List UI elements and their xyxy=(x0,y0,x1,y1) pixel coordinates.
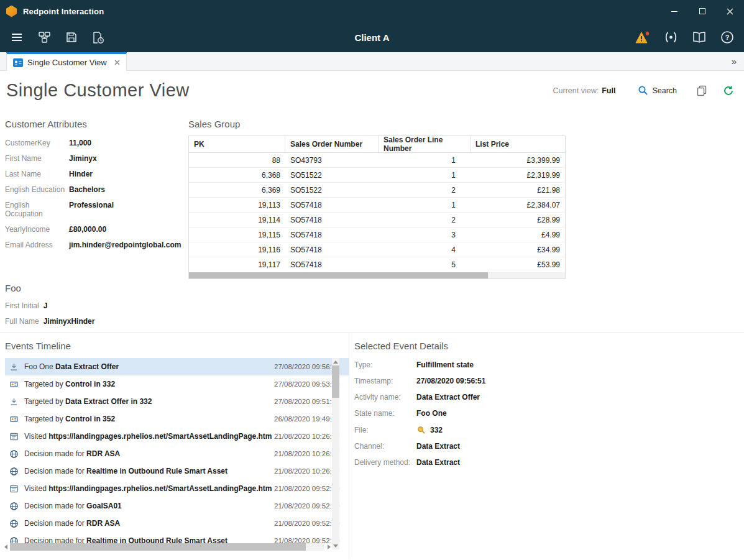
attribute-row: First Name Jiminyx xyxy=(5,154,188,163)
book-icon[interactable] xyxy=(692,31,707,44)
search-label: Search xyxy=(652,86,677,95)
table-row[interactable]: 19,115 SO57418 3 £4.99 xyxy=(189,227,565,242)
refresh-icon[interactable] xyxy=(723,85,734,96)
detail-label: Type: xyxy=(354,360,416,369)
decision-icon xyxy=(9,449,19,459)
client-title: Client A xyxy=(0,32,744,43)
cell-sales-order-number: SO57418 xyxy=(285,246,379,254)
timeline-event[interactable]: Decision made for GoalSA01 21/08/2020 09… xyxy=(5,497,349,515)
timeline-event[interactable]: Targeted by Control in 352 26/08/2020 19… xyxy=(5,410,349,428)
table-row[interactable]: 19,113 SO57418 1 £2,384.07 xyxy=(189,198,565,213)
document-clock-icon[interactable] xyxy=(91,31,104,44)
event-timestamp: 27/08/2020 09:51:31 xyxy=(274,398,340,405)
scroll-right-icon[interactable] xyxy=(324,544,333,549)
event-prefix: Decision made for xyxy=(24,519,85,528)
attribute-value: 11,000 xyxy=(69,139,91,147)
tab-overflow-icon[interactable]: » xyxy=(732,56,737,67)
cell-sales-order-line-number: 5 xyxy=(379,260,471,269)
column-header[interactable]: Sales Order Number xyxy=(285,136,379,152)
event-name: Control in 332 xyxy=(65,380,115,388)
sales-table-hscrollbar[interactable] xyxy=(189,272,565,278)
timeline-event[interactable]: Decision made for RDR ASA 21/08/2020 09:… xyxy=(5,515,349,532)
event-prefix: Targeted by xyxy=(24,397,63,406)
attribute-label: Last Name xyxy=(5,170,69,178)
workflow-icon[interactable] xyxy=(37,30,52,44)
cell-sales-order-number: SO57418 xyxy=(285,201,379,209)
scrollbar-thumb[interactable] xyxy=(189,272,488,278)
timeline-event[interactable]: Visited https://landingpages.rphelios.ne… xyxy=(5,480,349,497)
event-timestamp: 21/08/2020 10:26:27 xyxy=(274,450,340,457)
timeline-event[interactable]: Decision made for RDR ASA 21/08/2020 10:… xyxy=(5,445,349,462)
timeline-event[interactable]: Visited https://landingpages.rphelios.ne… xyxy=(5,428,349,445)
cell-sales-order-line-number: 4 xyxy=(379,246,471,254)
detail-label: File: xyxy=(354,426,416,434)
current-view-value[interactable]: Full xyxy=(602,86,615,95)
detail-label: State name: xyxy=(354,409,416,418)
save-icon[interactable] xyxy=(65,31,78,44)
timeline-event[interactable]: Foo One Data Extract Offer 27/08/2020 09… xyxy=(5,358,349,375)
event-prefix: Visited xyxy=(24,484,47,493)
scrollbar-thumb[interactable] xyxy=(10,543,306,551)
decision-icon xyxy=(9,466,19,476)
attribute-label: English Education xyxy=(5,185,69,194)
menu-icon[interactable] xyxy=(10,30,24,44)
scrollbar-track[interactable] xyxy=(10,543,324,551)
sales-group-panel: Sales Group PK Sales Order Number Sales … xyxy=(188,110,566,279)
event-prefix: Foo One xyxy=(24,362,53,371)
selected-event-details-panel: Selected Event Details Type: Fulfillment… xyxy=(349,333,744,559)
event-timestamp: 26/08/2020 19:49:23 xyxy=(274,415,340,423)
table-row[interactable]: 19,117 SO57418 5 £53.99 xyxy=(189,257,565,272)
close-icon[interactable] xyxy=(716,0,744,22)
column-header[interactable]: PK xyxy=(189,136,285,152)
event-name: RDR ASA xyxy=(86,519,120,528)
maximize-icon[interactable] xyxy=(688,0,716,22)
column-header[interactable]: Sales Order Line Number xyxy=(379,136,471,152)
timeline-vscrollbar[interactable] xyxy=(332,358,339,549)
cell-sales-order-number: SO43793 xyxy=(285,156,379,165)
table-row[interactable]: 19,114 SO57418 2 £28.99 xyxy=(189,213,565,227)
table-row[interactable]: 19,116 SO57418 4 £34.99 xyxy=(189,242,565,257)
foo-title: Foo xyxy=(5,283,744,293)
cell-pk: 88 xyxy=(189,156,285,165)
attribute-row: Last Name Hinder xyxy=(5,170,188,178)
event-timestamp: 21/08/2020 09:52:10 xyxy=(274,502,340,510)
event-prefix: Targeted by xyxy=(24,380,63,388)
column-header[interactable]: List Price xyxy=(471,136,565,152)
help-icon[interactable]: ? xyxy=(720,30,734,44)
detail-value: Data Extract xyxy=(416,458,460,467)
attribute-value: Professional xyxy=(69,201,114,218)
tab-close-icon[interactable] xyxy=(114,60,120,65)
cell-list-price: £28.99 xyxy=(471,216,565,224)
tab-single-customer-view[interactable]: Single Customer View xyxy=(6,52,127,71)
minimize-icon[interactable] xyxy=(660,0,688,22)
scroll-left-icon[interactable] xyxy=(1,544,10,549)
scrollbar-thumb[interactable] xyxy=(332,365,339,398)
detail-row: Type: Fulfillment state xyxy=(354,360,744,369)
detail-label: Delivery method: xyxy=(354,458,416,467)
events-timeline-title: Events Timeline xyxy=(5,341,349,351)
timeline-hscrollbar[interactable] xyxy=(1,543,333,551)
timeline-event[interactable]: Decision made for Realtime in Outbound R… xyxy=(5,462,349,480)
event-prefix: Targeted by xyxy=(24,415,63,423)
detail-label: Timestamp: xyxy=(354,377,416,385)
table-row[interactable]: 6,368 SO51522 1 £2,319.99 xyxy=(189,168,565,183)
alerts-icon[interactable] xyxy=(635,30,650,45)
event-text: Decision made for RDR ASA xyxy=(24,449,274,458)
attribute-value: jim.hinder@redpointglobal.com xyxy=(69,241,181,249)
tabstrip: Single Customer View » xyxy=(0,52,744,71)
cell-pk: 19,115 xyxy=(189,231,285,239)
copy-icon[interactable] xyxy=(697,85,707,96)
event-text: Visited https://landingpages.rphelios.ne… xyxy=(24,484,274,493)
event-text: Visited https://landingpages.rphelios.ne… xyxy=(24,432,274,441)
attribute-label: First Name xyxy=(5,154,69,163)
timeline-event[interactable]: Targeted by Control in 332 27/08/2020 09… xyxy=(5,375,349,393)
search-button[interactable]: Search xyxy=(638,85,677,96)
timeline-event[interactable]: Targeted by Data Extract Offer in 332 27… xyxy=(5,393,349,410)
event-name: RDR ASA xyxy=(86,449,120,458)
table-row[interactable]: 88 SO43793 1 £3,399.99 xyxy=(189,153,565,168)
connection-icon[interactable] xyxy=(664,30,678,44)
table-row[interactable]: 6,369 SO51522 2 £21.98 xyxy=(189,183,565,198)
scroll-up-icon[interactable] xyxy=(332,358,339,365)
cell-list-price: £2,384.07 xyxy=(471,201,565,209)
event-name: https://landingpages.rphelios.net/SmartA… xyxy=(48,432,272,441)
